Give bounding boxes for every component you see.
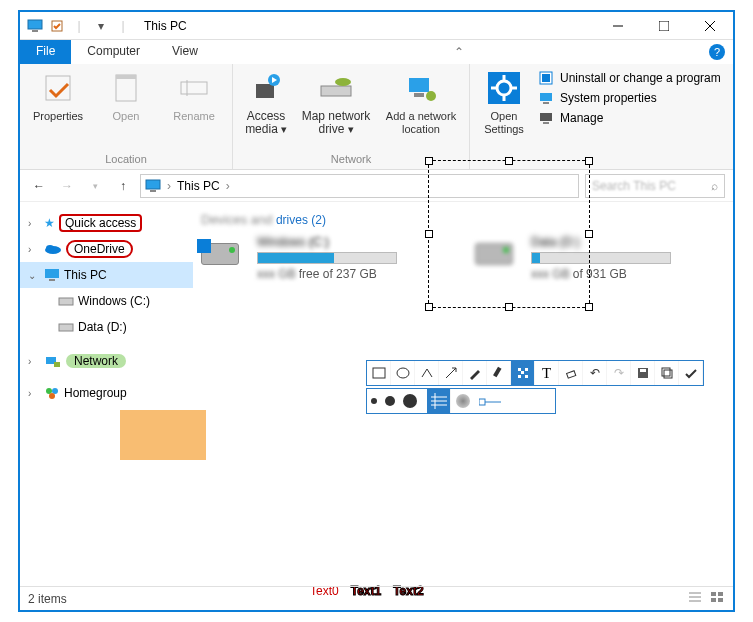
svg-rect-16 [409, 78, 429, 92]
tool-ok[interactable] [679, 361, 703, 385]
ribbon-collapse-icon[interactable]: ⌃ [448, 45, 470, 59]
annotation-blur-block [120, 410, 206, 460]
svg-rect-26 [542, 74, 550, 82]
svg-rect-71 [711, 598, 716, 602]
qat-dropdown-icon[interactable]: ▾ [92, 17, 110, 35]
mosaic-style-3[interactable] [475, 396, 505, 406]
tool-redo[interactable]: ↷ [607, 361, 631, 385]
svg-rect-17 [414, 93, 424, 97]
drive-icon [201, 235, 249, 275]
tool-arrow[interactable] [439, 361, 463, 385]
tool-eraser[interactable] [559, 361, 583, 385]
forward-button: → [56, 175, 78, 197]
size-large[interactable] [403, 394, 417, 408]
svg-rect-58 [664, 370, 672, 378]
nav-network[interactable]: › Network [20, 348, 193, 374]
svg-rect-37 [59, 298, 73, 305]
view-large-icon[interactable] [709, 590, 725, 607]
manage-button[interactable]: Manage [538, 110, 721, 126]
nav-onedrive[interactable]: › OneDrive [20, 236, 193, 262]
close-button[interactable] [687, 12, 733, 40]
help-icon[interactable]: ? [709, 44, 725, 60]
nav-windows-c[interactable]: Windows (C:) [20, 288, 193, 314]
properties-button[interactable]: Properties [28, 68, 88, 123]
svg-rect-0 [28, 20, 42, 29]
chevron-right-icon[interactable]: › [28, 244, 40, 255]
tool-save[interactable] [631, 361, 655, 385]
svg-rect-51 [521, 371, 524, 374]
annotation-toolbar: T ↶ ↷ [366, 360, 704, 386]
size-small[interactable] [371, 398, 377, 404]
recent-dropdown[interactable]: ▾ [84, 175, 106, 197]
breadcrumb-sep[interactable]: › [167, 179, 171, 193]
breadcrumb-sep[interactable]: › [226, 179, 230, 193]
annotation-selection-rect[interactable] [428, 160, 590, 308]
svg-point-15 [335, 78, 351, 86]
star-icon: ★ [44, 216, 55, 230]
section-count: (2) [311, 213, 326, 227]
tool-line[interactable] [415, 361, 439, 385]
chevron-right-icon[interactable]: › [28, 388, 40, 399]
add-location-button[interactable]: Add a network location [381, 68, 461, 136]
tool-ellipse[interactable] [391, 361, 415, 385]
up-button[interactable]: ↑ [112, 175, 134, 197]
uninstall-button[interactable]: Uninstall or change a program [538, 70, 721, 86]
drive-c[interactable]: Windows (C:) xxx GB free of 237 GB [201, 235, 451, 281]
nav-homegroup[interactable]: › Homegroup [20, 380, 193, 406]
svg-rect-29 [540, 113, 552, 121]
mosaic-style-2[interactable] [451, 394, 475, 408]
status-bar: 2 items [20, 586, 733, 610]
tool-text[interactable]: T [535, 361, 559, 385]
view-details-icon[interactable] [687, 590, 703, 607]
svg-rect-27 [540, 93, 552, 101]
breadcrumb-this-pc[interactable]: This PC [177, 179, 220, 193]
svg-rect-36 [49, 279, 55, 281]
svg-rect-53 [525, 375, 528, 378]
maximize-button[interactable] [641, 12, 687, 40]
open-button: Open [96, 68, 156, 123]
annotation-rect: Quick access [59, 214, 142, 232]
svg-point-45 [397, 368, 409, 378]
chevron-down-icon[interactable]: ⌄ [28, 270, 40, 281]
access-media-button[interactable]: Access media ▾ [241, 68, 291, 136]
group-location-label: Location [28, 149, 224, 165]
tool-rect[interactable] [367, 361, 391, 385]
annotation-ellipse: OneDrive [66, 240, 133, 258]
window-title: This PC [138, 19, 187, 33]
tab-computer[interactable]: Computer [71, 40, 156, 64]
svg-rect-44 [373, 368, 385, 378]
minimize-button[interactable] [595, 12, 641, 40]
nav-this-pc[interactable]: ⌄ This PC [20, 262, 193, 288]
drive-icon [58, 321, 74, 333]
pc-icon [145, 179, 161, 193]
svg-rect-56 [640, 369, 646, 372]
size-medium[interactable] [385, 396, 395, 406]
titlebar: | ▾ | This PC [20, 12, 733, 40]
qat-separator: | [114, 17, 132, 35]
mosaic-style-1[interactable] [427, 389, 451, 413]
qat-properties-icon[interactable] [48, 17, 66, 35]
back-button[interactable]: ← [28, 175, 50, 197]
search-placeholder: Search This PC [592, 179, 676, 193]
tool-copy[interactable] [655, 361, 679, 385]
tool-mosaic[interactable] [511, 361, 535, 385]
map-drive-button[interactable]: Map network drive ▾ [299, 68, 373, 136]
tool-undo[interactable]: ↶ [583, 361, 607, 385]
tab-view[interactable]: View [156, 40, 214, 64]
svg-rect-70 [718, 592, 723, 596]
open-settings-button[interactable]: Open Settings [478, 68, 530, 136]
tab-file[interactable]: File [20, 40, 71, 64]
svg-rect-47 [493, 367, 501, 378]
nav-quick-access[interactable]: › ★ Quick access [20, 210, 193, 236]
svg-rect-10 [181, 82, 207, 94]
tool-pencil[interactable] [463, 361, 487, 385]
search-input[interactable]: Search This PC ⌕ [585, 174, 725, 198]
status-item-count: 2 items [28, 592, 67, 606]
chevron-right-icon[interactable]: › [28, 356, 40, 367]
system-properties-button[interactable]: System properties [538, 90, 721, 106]
svg-rect-49 [518, 368, 521, 371]
nav-data-d[interactable]: Data (D:) [20, 314, 193, 340]
chevron-right-icon[interactable]: › [28, 218, 40, 229]
svg-rect-12 [256, 84, 274, 98]
tool-marker[interactable] [487, 361, 511, 385]
